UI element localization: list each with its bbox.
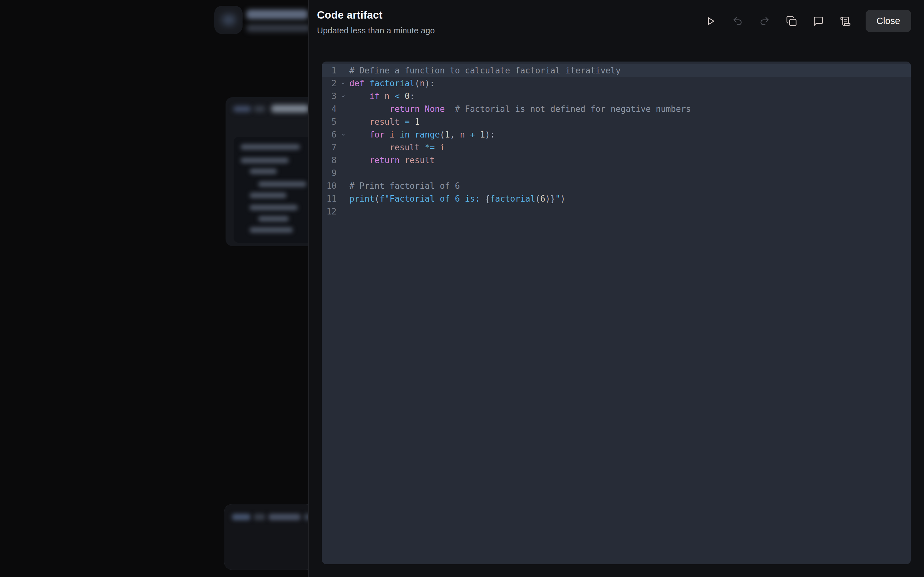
version-history-button[interactable]	[840, 16, 851, 27]
close-button[interactable]: Close	[866, 10, 911, 32]
chat-artifact-thumbnail	[214, 6, 242, 34]
blurred-message-card	[226, 97, 309, 246]
scroll-icon	[840, 16, 851, 27]
blurred-code-preview	[234, 137, 309, 243]
code-text: print(f"Factorial of 6 is: {factorial(6)…	[349, 192, 565, 205]
line-number: 7	[322, 141, 336, 154]
blurred-badge	[233, 106, 251, 112]
undo-button[interactable]	[732, 16, 743, 27]
code-line-11[interactable]: 11print(f"Factorial of 6 is: {factorial(…	[322, 192, 911, 205]
chat-background	[0, 0, 309, 577]
blurred-code-line	[258, 181, 306, 187]
code-line-8[interactable]: 8 return result	[322, 154, 911, 167]
copy-icon	[786, 16, 797, 27]
copy-button[interactable]	[786, 16, 797, 27]
code-editor[interactable]: 1# Define a function to calculate factor…	[322, 61, 911, 564]
redo-button[interactable]	[759, 16, 770, 27]
code-text: result = 1	[349, 115, 420, 128]
blurred-code-line	[241, 158, 289, 163]
comment-button[interactable]	[813, 16, 824, 27]
blurred-code-line	[250, 205, 298, 210]
code-line-3[interactable]: 3 if n < 0:	[322, 90, 911, 103]
redo-icon	[759, 16, 770, 27]
blurred-chat-input	[224, 504, 309, 570]
line-number: 6	[322, 128, 336, 141]
blurred-placeholder	[268, 514, 300, 520]
code-text: # Print factorial of 6	[349, 179, 460, 192]
blurred-chat-subtitle	[246, 24, 309, 32]
line-number: 8	[322, 154, 336, 167]
blurred-card-title	[271, 105, 309, 113]
code-line-7[interactable]: 7 result *= i	[322, 141, 911, 154]
code-text: if n < 0:	[349, 90, 415, 103]
code-line-4[interactable]: 4 return None # Factorial is not defined…	[322, 103, 911, 115]
code-editor-lines: 1# Define a function to calculate factor…	[322, 64, 911, 218]
code-text: return result	[349, 154, 435, 167]
code-text: def factorial(n):	[349, 77, 435, 90]
code-line-10[interactable]: 10# Print factorial of 6	[322, 179, 911, 192]
comment-bubble-icon	[813, 16, 824, 27]
fold-chevron-icon[interactable]	[336, 81, 349, 86]
run-button[interactable]	[705, 16, 716, 27]
code-line-2[interactable]: 2def factorial(n):	[322, 77, 911, 90]
fold-chevron-icon[interactable]	[336, 132, 349, 137]
line-number: 9	[322, 167, 336, 179]
thumbnail-glyph	[222, 15, 236, 25]
code-text: result *= i	[349, 141, 445, 154]
code-text: for i in range(1, n + 1):	[349, 128, 495, 141]
blurred-placeholder	[254, 514, 265, 520]
line-number: 2	[322, 77, 336, 90]
code-artifact-panel: Code artifact Updated less than a minute…	[309, 0, 924, 577]
code-line-12[interactable]: 12	[322, 205, 911, 218]
blurred-chat-title	[246, 10, 308, 19]
code-line-9[interactable]: 9	[322, 167, 911, 179]
blurred-code-line	[250, 193, 286, 198]
blurred-code-line	[250, 169, 277, 174]
fold-chevron-icon[interactable]	[336, 94, 349, 99]
code-text: # Define a function to calculate factori…	[349, 64, 620, 77]
line-number: 5	[322, 115, 336, 128]
code-line-1[interactable]: 1# Define a function to calculate factor…	[322, 64, 911, 77]
code-text: return None # Factorial is not defined f…	[349, 103, 691, 115]
blurred-code-line	[258, 216, 289, 221]
line-number: 3	[322, 90, 336, 103]
code-line-6[interactable]: 6 for i in range(1, n + 1):	[322, 128, 911, 141]
line-number: 4	[322, 103, 336, 115]
line-number: 10	[322, 179, 336, 192]
artifact-header: Code artifact Updated less than a minute…	[309, 0, 924, 61]
line-number: 1	[322, 64, 336, 77]
blurred-code-line	[241, 144, 300, 150]
blurred-badge	[254, 106, 265, 112]
play-icon	[705, 16, 716, 27]
line-number: 12	[322, 205, 336, 218]
blurred-code-line	[250, 227, 293, 233]
blurred-placeholder	[232, 514, 250, 520]
line-number: 11	[322, 192, 336, 205]
artifact-toolbar: Close	[705, 10, 911, 32]
undo-icon	[732, 16, 743, 27]
code-line-5[interactable]: 5 result = 1	[322, 115, 911, 128]
